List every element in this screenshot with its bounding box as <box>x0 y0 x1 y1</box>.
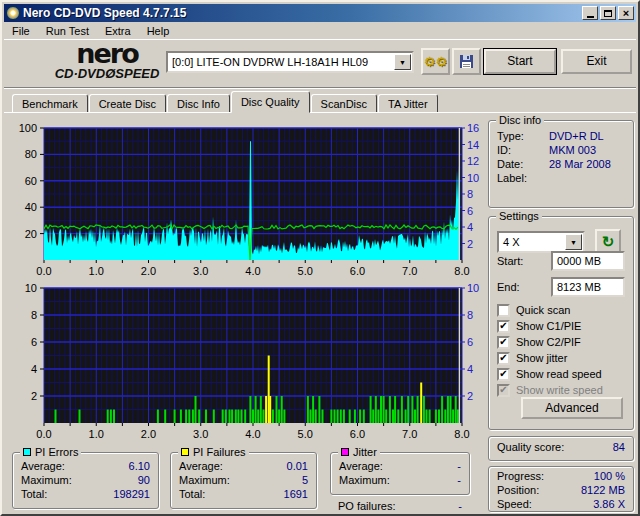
refresh-icon: ↻ <box>602 233 615 251</box>
checkbox-show-c1-pie[interactable]: ✔Show C1/PIE <box>497 319 581 333</box>
svg-text:8.0: 8.0 <box>454 265 469 277</box>
jitter-maximum-row: Maximum:- <box>331 473 469 487</box>
svg-text:3.0: 3.0 <box>193 428 208 438</box>
jitter-stats-box: Jitter Average:- Maximum:- <box>330 452 470 495</box>
checkbox-icon[interactable] <box>497 304 510 317</box>
speed-select[interactable]: 4 X ▼ <box>497 231 585 253</box>
svg-text:1.0: 1.0 <box>89 265 104 277</box>
svg-text:2.0: 2.0 <box>141 265 156 277</box>
checkbox-quick-scan[interactable]: Quick scan <box>497 303 570 317</box>
quality-score-row: Quality score: 84 <box>489 437 633 454</box>
svg-text:4: 4 <box>467 363 473 375</box>
speed-row: Speed:3.86 X <box>489 497 633 511</box>
speed-select-value: 4 X <box>499 236 565 248</box>
disc-type-row: Type:DVD+R DL <box>489 129 633 143</box>
svg-text:10: 10 <box>25 282 37 294</box>
svg-text:80: 80 <box>25 148 37 160</box>
svg-text:10: 10 <box>467 282 479 294</box>
svg-text:6: 6 <box>467 336 473 348</box>
checkbox-show-read-speed[interactable]: ✔Show read speed <box>497 367 602 381</box>
svg-text:40: 40 <box>25 201 37 213</box>
svg-text:6.0: 6.0 <box>350 265 365 277</box>
pi-errors-stats-box: PI Errors Average:6.10 Maximum:90 Total:… <box>12 452 159 509</box>
pi-errors-chart: 204060801002468101214160.01.02.03.04.05.… <box>2 116 484 278</box>
disc-info-title: Disc info <box>496 114 544 126</box>
pi-failures-total-row: Total:1691 <box>171 487 316 501</box>
svg-text:8: 8 <box>467 309 473 321</box>
pi-failures-stats-box: PI Failures Average:0.01 Maximum:5 Total… <box>170 452 317 509</box>
jitter-stats-title: Jitter <box>353 446 377 458</box>
pi-failures-legend-icon <box>181 448 189 456</box>
svg-text:6: 6 <box>467 205 473 217</box>
svg-text:3.0: 3.0 <box>193 265 208 277</box>
quality-score-value: 84 <box>577 441 625 453</box>
disc-date-row: Date:28 Mar 2008 <box>489 157 633 171</box>
po-failures-row: PO failures: - <box>330 499 470 513</box>
svg-text:0.0: 0.0 <box>36 265 51 277</box>
advanced-button[interactable]: Advanced <box>521 397 623 419</box>
pi-errors-total-row: Total:198291 <box>13 487 158 501</box>
svg-text:2: 2 <box>467 390 473 402</box>
svg-text:7.0: 7.0 <box>402 265 417 277</box>
disc-id-row: ID:MKM 003 <box>489 143 633 157</box>
progress-box: Progress:100 % Position:8122 MB Speed:3.… <box>488 466 634 512</box>
svg-text:12: 12 <box>467 155 479 167</box>
svg-text:16: 16 <box>467 122 479 134</box>
position-row: Position:8122 MB <box>489 483 633 497</box>
start-position-row: Start: <box>497 251 625 271</box>
svg-text:4: 4 <box>31 363 37 375</box>
pi-errors-maximum-row: Maximum:90 <box>13 473 158 487</box>
svg-text:6: 6 <box>31 336 37 348</box>
progress-row: Progress:100 % <box>489 469 633 483</box>
svg-text:5.0: 5.0 <box>298 428 313 438</box>
svg-text:7.0: 7.0 <box>402 428 417 438</box>
svg-text:4.0: 4.0 <box>245 428 260 438</box>
svg-text:4.0: 4.0 <box>245 265 260 277</box>
end-position-row: End: <box>497 277 625 297</box>
svg-text:10: 10 <box>467 172 479 184</box>
svg-text:2.0: 2.0 <box>141 428 156 438</box>
tab-disc-quality[interactable]: Disc Quality <box>231 91 310 113</box>
jitter-legend-icon <box>341 448 349 456</box>
checkbox-icon[interactable]: ✔ <box>497 352 510 365</box>
svg-text:6.0: 6.0 <box>350 428 365 438</box>
end-position-input[interactable] <box>551 277 625 297</box>
jitter-average-row: Average:- <box>331 459 469 473</box>
svg-text:8: 8 <box>467 188 473 200</box>
checkbox-icon[interactable]: ✔ <box>497 320 510 333</box>
pi-failures-stats-title: PI Failures <box>193 446 246 458</box>
svg-text:60: 60 <box>25 175 37 187</box>
svg-text:4: 4 <box>467 221 473 233</box>
chevron-down-icon[interactable]: ▼ <box>565 234 582 250</box>
svg-text:8.0: 8.0 <box>454 428 469 438</box>
disc-info-group: Disc info Type:DVD+R DL ID:MKM 003 Date:… <box>488 120 634 208</box>
checkbox-show-c2-pif[interactable]: ✔Show C2/PIF <box>497 335 581 349</box>
checkbox-show-jitter[interactable]: ✔Show jitter <box>497 351 567 365</box>
disc-label-row: Label: <box>489 171 633 185</box>
svg-text:1.0: 1.0 <box>89 428 104 438</box>
svg-text:20: 20 <box>25 228 37 240</box>
svg-text:100: 100 <box>19 122 37 134</box>
pi-failures-average-row: Average:0.01 <box>171 459 316 473</box>
svg-text:0.0: 0.0 <box>36 428 51 438</box>
svg-text:2: 2 <box>467 238 473 250</box>
checkbox-icon: ✔ <box>497 384 510 397</box>
pi-errors-legend-icon <box>23 448 31 456</box>
svg-text:8: 8 <box>31 309 37 321</box>
checkbox-show-write-speed: ✔Show write speed <box>497 383 603 397</box>
svg-text:2: 2 <box>31 390 37 402</box>
settings-title: Settings <box>496 210 542 222</box>
app-window: Nero CD-DVD Speed 4.7.7.15 × File Run Te… <box>0 0 640 516</box>
checkbox-icon[interactable]: ✔ <box>497 336 510 349</box>
settings-group: Settings 4 X ▼ ↻ Start: End: Quick scan … <box>488 216 634 430</box>
start-position-input[interactable] <box>551 251 625 271</box>
checkbox-icon[interactable]: ✔ <box>497 368 510 381</box>
svg-text:14: 14 <box>467 139 479 151</box>
pi-failures-chart: 2468102468100.01.02.03.04.05.06.07.08.0 <box>2 280 484 438</box>
pi-failures-maximum-row: Maximum:5 <box>171 473 316 487</box>
pi-errors-average-row: Average:6.10 <box>13 459 158 473</box>
pi-errors-stats-title: PI Errors <box>35 446 78 458</box>
quality-score-box: Quality score: 84 <box>488 436 634 461</box>
svg-text:5.0: 5.0 <box>298 265 313 277</box>
